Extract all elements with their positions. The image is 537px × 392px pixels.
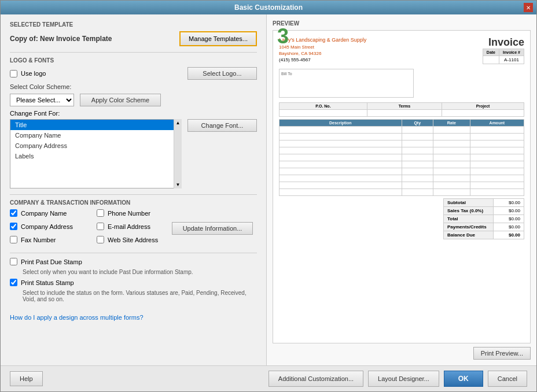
ok-button[interactable]: OK [444, 371, 483, 387]
past-due-checkbox[interactable] [10, 258, 17, 265]
font-item-company-address[interactable]: Company Address [10, 140, 181, 151]
line-row-4 [279, 147, 524, 154]
font-section: Title Company Name Company Address Label… [10, 119, 257, 188]
change-font-label-row: Change Font For: [10, 110, 257, 117]
sales-tax-value: $0.00 [493, 207, 524, 215]
font-list-wrapper: Title Company Name Company Address Label… [10, 119, 182, 188]
sales-tax-row: Sales Tax (0.0%) $0.00 [444, 207, 524, 215]
terms-header: Terms [367, 103, 442, 110]
totals-section: Subtotal $0.00 Sales Tax (0.0%) $0.00 To… [279, 198, 524, 239]
subtotal-value: $0.00 [493, 199, 524, 207]
footer-right-buttons: Additional Customization... Layout Desig… [268, 371, 527, 387]
status-stamp-label: Print Status Stamp [21, 279, 74, 286]
scrollbar-down[interactable]: ▼ [175, 181, 182, 188]
meta-invoice-value: A-1101 [499, 56, 524, 64]
payments-label: Payments/Credits [444, 223, 494, 231]
status-stamp-checkbox[interactable] [10, 279, 17, 286]
email-label: E-mail Address [108, 223, 150, 230]
manage-templates-button[interactable]: Manage Templates... [179, 31, 257, 46]
past-due-desc: Select only when you want to include Pas… [23, 269, 257, 275]
change-font-label: Change Font For: [10, 110, 60, 117]
update-information-button[interactable]: Update Information... [172, 222, 253, 235]
basic-customization-dialog: Basic Customization ✕ SELECTED TEMPLATE … [0, 0, 537, 392]
meta-date-header: Date [483, 49, 499, 56]
layout-designer-button[interactable]: Layout Designer... [368, 371, 439, 387]
fax-row: Fax Number [10, 236, 91, 243]
website-label: Web Site Address [108, 236, 158, 243]
total-row: Total $0.00 [444, 215, 524, 223]
invoice-meta-table: Date Invoice # A-1101 [483, 49, 524, 64]
email-checkbox[interactable] [97, 223, 104, 230]
company-name-checkbox[interactable] [10, 209, 17, 217]
change-font-button[interactable]: Change Font... [187, 119, 257, 132]
change-font-btn-container: Change Font... [187, 119, 257, 188]
balance-due-label: Balance Due [444, 231, 494, 239]
phone-label: Phone Number [108, 210, 150, 217]
invoice-right: Invoice Date Invoice # A-1101 [483, 36, 524, 64]
font-item-title[interactable]: Title [10, 120, 181, 130]
color-scheme-label: Select Color Scheme: [10, 83, 71, 90]
status-stamp-desc: Select to include the status on the form… [23, 290, 257, 302]
balance-due-row: Balance Due $0.00 [444, 231, 524, 239]
preview-label: PREVIEW [273, 20, 531, 27]
update-btn-container: Update Information... [172, 222, 253, 235]
qty-header: Qty [402, 120, 433, 127]
phone-row: Phone Number [97, 209, 166, 217]
step-badge: 3 [277, 24, 289, 49]
selected-template-label: SELECTED TEMPLATE [10, 21, 257, 28]
line-row-1 [279, 127, 524, 134]
company-name-row: Company Name [10, 209, 91, 217]
invoice-header: Larry's Landscaping & Garden Supply 1045… [279, 36, 524, 64]
line-row-9 [279, 182, 524, 189]
logo-fonts-section: LOGO & FONTS Use logo Select Logo... Sel… [10, 52, 257, 188]
dialog-body: SELECTED TEMPLATE Copy of: New Invoice T… [1, 14, 536, 365]
company-address-label: Company Address [21, 223, 73, 230]
company-phone: (415) 555-4567 [279, 57, 366, 63]
company-title: Larry's Landscaping & Garden Supply [279, 36, 366, 44]
help-button[interactable]: Help [10, 371, 43, 386]
title-bar: Basic Customization ✕ [1, 1, 536, 14]
fax-label: Fax Number [21, 236, 56, 243]
scrollbar-up[interactable]: ▲ [175, 119, 182, 127]
close-button[interactable]: ✕ [524, 3, 533, 12]
line-row-10 [279, 189, 524, 196]
total-label: Total [444, 215, 494, 223]
help-link[interactable]: How do I apply a design across multiple … [10, 314, 257, 321]
po-no-value [279, 110, 367, 117]
line-row-7 [279, 168, 524, 175]
preview-container: Larry's Landscaping & Garden Supply 1045… [273, 30, 531, 343]
selected-template-section: SELECTED TEMPLATE Copy of: New Invoice T… [10, 21, 257, 46]
color-scheme-select[interactable]: Please Select... [10, 94, 74, 106]
company-address-checkbox[interactable] [10, 223, 17, 230]
right-panel: PREVIEW 3 Larry's Landscaping & Garden S… [267, 14, 536, 365]
meta-date-value [483, 56, 499, 64]
dialog-title: Basic Customization [234, 3, 303, 12]
balance-due-value: $0.00 [493, 231, 524, 239]
template-name: Copy of: New Invoice Template [10, 35, 174, 43]
bill-to-box: Bill To [279, 69, 414, 98]
select-logo-button[interactable]: Select Logo... [187, 67, 257, 80]
meta-invoice-header: Invoice # [499, 49, 524, 56]
fax-checkbox[interactable] [10, 236, 17, 243]
left-panel: SELECTED TEMPLATE Copy of: New Invoice T… [1, 14, 267, 365]
print-preview-button[interactable]: Print Preview... [473, 347, 531, 360]
amount-header: Amount [470, 120, 524, 127]
company-info-grid: Company Name Company Address Fax Number [10, 209, 257, 247]
sales-tax-label: Sales Tax (0.0%) [444, 207, 494, 215]
use-logo-checkbox[interactable] [10, 70, 17, 77]
past-due-label: Print Past Due Stamp [21, 258, 82, 265]
preview-wrapper: 3 Larry's Landscaping & Garden Supply 10… [273, 30, 531, 360]
font-item-labels[interactable]: Labels [10, 151, 181, 161]
phone-checkbox[interactable] [97, 209, 104, 217]
invoice-title: Invoice [483, 36, 524, 49]
website-checkbox[interactable] [97, 236, 104, 243]
additional-customization-button[interactable]: Additional Customization... [268, 371, 363, 387]
status-stamp-row: Print Status Stamp [10, 279, 257, 286]
cancel-button[interactable]: Cancel [488, 371, 527, 387]
website-row: Web Site Address [97, 236, 166, 243]
font-item-company-name[interactable]: Company Name [10, 130, 181, 140]
font-list[interactable]: Title Company Name Company Address Label… [10, 119, 182, 188]
company-address-row: Company Address [10, 223, 91, 230]
font-list-scrollbar[interactable]: ▲ ▼ [174, 119, 182, 188]
apply-color-scheme-button[interactable]: Apply Color Scheme [80, 94, 161, 106]
